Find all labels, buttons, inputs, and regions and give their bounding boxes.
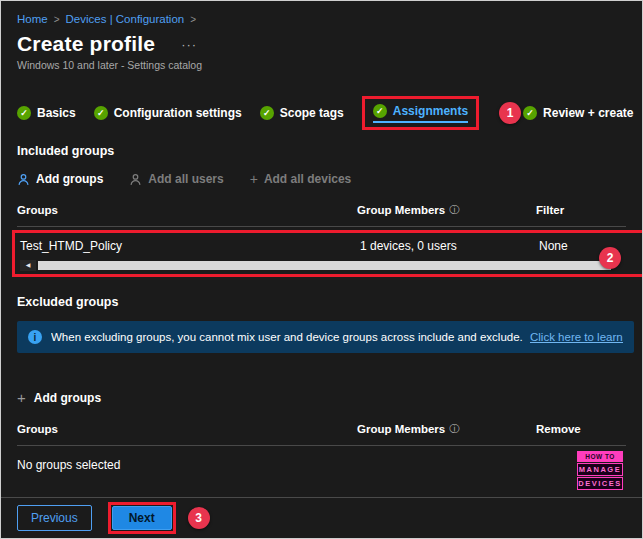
excluded-groups-table-header: Groups Group Members ⓘ Remove [17,422,626,446]
add-groups-button[interactable]: Add groups [17,172,103,186]
add-person-icon [17,173,30,186]
group-members-value: 1 devices, 0 users [360,239,539,253]
plus-icon: + [17,389,26,406]
watermark-line: MANAGE [577,463,623,476]
check-icon: ✓ [523,106,537,120]
add-all-users-button[interactable]: Add all users [129,172,223,186]
excluded-groups-title: Excluded groups [17,295,626,309]
next-button[interactable]: Next [112,506,172,530]
tab-label: Scope tags [280,106,344,120]
tab-label: Basics [37,106,76,120]
scrollbar-thumb[interactable] [38,261,611,270]
users-icon [129,173,142,186]
footer-bar: Previous Next 3 [1,497,642,538]
info-icon: ⓘ [449,422,459,436]
column-header-remove: Remove [536,422,626,436]
tab-label: Configuration settings [114,106,242,120]
breadcrumb-separator: > [54,14,60,25]
breadcrumb: Home > Devices | Configuration > [17,13,626,25]
info-banner-icon: i [28,330,42,344]
info-banner: i When excluding groups, you cannot mix … [17,321,634,353]
breadcrumb-home[interactable]: Home [17,13,48,25]
table-row: Test_HTMD_Policy 1 devices, 0 users None [20,235,641,259]
tab-label: Assignments [393,104,468,118]
htmd-watermark-logo: HOW TO MANAGE DEVICES [577,451,623,490]
horizontal-scrollbar[interactable]: ◀ [20,260,641,271]
annotation-step-2: 2 [599,247,621,269]
add-groups-label: Add groups [36,172,103,186]
column-header-group-members: Group Members ⓘ [357,203,536,217]
scroll-left-arrow-icon[interactable]: ◀ [20,260,36,271]
annotation-box-assignments: ✓ Assignments [362,96,479,130]
group-name: Test_HTMD_Policy [20,239,360,253]
excluded-add-groups-button[interactable]: + Add groups [17,389,626,406]
tab-configuration-settings[interactable]: ✓ Configuration settings [94,106,242,120]
info-icon: ⓘ [449,203,459,217]
column-header-group-members: Group Members ⓘ [357,422,536,436]
previous-button[interactable]: Previous [17,505,92,531]
included-groups-title: Included groups [17,144,626,158]
plus-icon: + [250,171,258,187]
excluded-empty-row: No groups selected [17,446,626,484]
tab-label: Review + create [543,106,633,120]
breadcrumb-separator: > [190,14,196,25]
info-banner-message: When excluding groups, you cannot mix us… [51,331,523,343]
tab-assignments[interactable]: ✓ Assignments [373,104,468,123]
column-header-groups: Groups [17,203,357,217]
info-banner-text: When excluding groups, you cannot mix us… [51,331,623,343]
learn-more-link[interactable]: Click here to learn more abo [530,331,623,343]
check-icon: ✓ [260,106,274,120]
included-groups-table-header: Groups Group Members ⓘ Filter [17,203,626,227]
more-options-icon[interactable]: ··· [181,37,197,52]
group-filter-value: None [539,239,641,253]
add-all-devices-label: Add all devices [264,172,351,186]
check-icon: ✓ [17,106,31,120]
intune-create-profile-window: Home > Devices | Configuration > Create … [0,0,643,539]
check-icon: ✓ [94,106,108,120]
watermark-line: HOW TO [577,451,623,462]
add-all-devices-button[interactable]: + Add all devices [250,171,352,187]
column-header-label: Group Members [357,204,445,216]
annotation-step-3: 3 [188,507,210,529]
excluded-add-groups-label: Add groups [34,391,101,405]
annotation-step-1: 1 [499,102,521,124]
tab-review-create[interactable]: ✓ Review + create [523,106,633,120]
add-all-users-label: Add all users [148,172,223,186]
tab-basics[interactable]: ✓ Basics [17,106,76,120]
column-header-label: Group Members [357,423,445,435]
annotation-box-group-row: Test_HTMD_Policy 1 devices, 0 users None… [12,230,643,277]
page-title: Create profile [17,32,155,56]
title-row: Create profile ··· [17,32,626,56]
watermark-line: DEVICES [577,477,623,490]
wizard-tabs: ✓ Basics ✓ Configuration settings ✓ Scop… [17,95,626,131]
page-subtitle: Windows 10 and later - Settings catalog [17,59,626,71]
included-groups-toolbar: Add groups Add all users + Add all devic… [17,171,626,187]
tab-scope-tags[interactable]: ✓ Scope tags [260,106,344,120]
annotation-box-next: Next [108,502,176,534]
column-header-groups: Groups [17,422,357,436]
breadcrumb-devices-configuration[interactable]: Devices | Configuration [66,13,185,25]
column-header-filter: Filter [536,203,626,217]
check-icon: ✓ [373,104,387,118]
